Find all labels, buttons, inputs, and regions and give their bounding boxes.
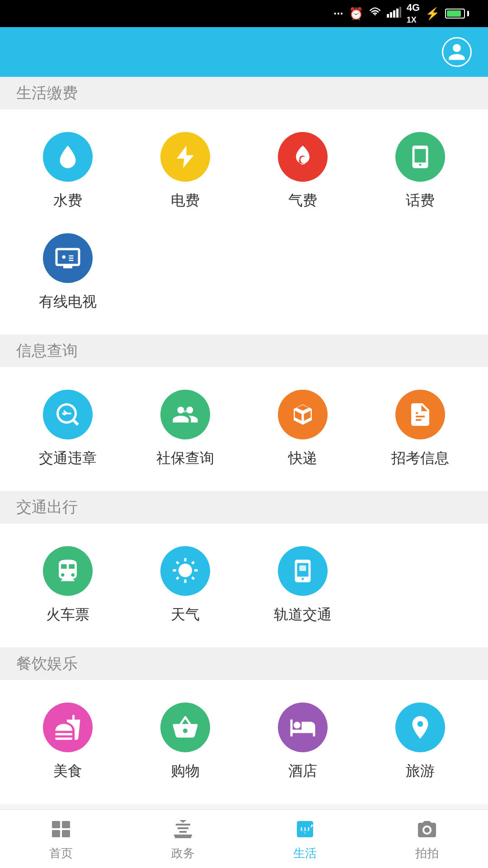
- icon-item-water[interactable]: 水费: [9, 123, 127, 224]
- svg-rect-12: [175, 836, 191, 838]
- section-body-food-entertainment: 美食购物酒店旅游: [0, 680, 488, 804]
- icon-circle-electric: [160, 132, 210, 182]
- food-icon: [54, 714, 81, 741]
- icon-circle-food: [43, 703, 93, 752]
- alarm-icon: ⏰: [349, 7, 363, 21]
- network-type-icon: 4G1X: [407, 2, 420, 25]
- icon-item-gas[interactable]: 气费: [244, 123, 361, 224]
- svg-rect-11: [62, 830, 70, 837]
- section-body-info-query: 交通违章社保查询快递招考信息: [0, 367, 488, 491]
- icon-circle-weather: [160, 546, 210, 596]
- express-icon: [289, 401, 316, 428]
- svg-rect-4: [399, 7, 401, 18]
- battery-icon: [445, 9, 469, 19]
- section-body-life-bills: 水费电费气费话费有线电视: [0, 109, 488, 335]
- nav-item-photo[interactable]: 拍拍: [366, 810, 488, 868]
- icon-label-train: 火车票: [46, 605, 89, 625]
- social-security-icon: [172, 401, 199, 428]
- weather-icon: [172, 557, 199, 585]
- metro-icon: [289, 557, 316, 585]
- icon-item-travel[interactable]: 旅游: [361, 693, 479, 795]
- gas-icon: [289, 143, 316, 170]
- icon-circle-hotel: [278, 703, 328, 752]
- shopping-icon: [172, 714, 199, 741]
- svg-rect-2: [393, 10, 395, 18]
- icon-item-phone[interactable]: 话费: [361, 123, 479, 224]
- icon-label-water: 水费: [53, 191, 82, 211]
- wifi-icon: [369, 6, 381, 22]
- icon-circle-traffic: [43, 390, 93, 439]
- avatar-button[interactable]: [442, 37, 472, 67]
- icon-circle-cable-tv: [43, 233, 93, 283]
- icon-label-exam-info: 招考信息: [391, 448, 449, 468]
- icon-item-food[interactable]: 美食: [9, 693, 127, 795]
- icon-circle-shopping: [160, 703, 210, 752]
- svg-rect-10: [52, 830, 60, 837]
- nav-item-government[interactable]: 政务: [122, 810, 244, 868]
- travel-icon: [407, 714, 434, 741]
- svg-rect-8: [52, 821, 60, 828]
- icon-label-electric: 电费: [171, 191, 200, 211]
- avatar-icon: [447, 42, 467, 62]
- icon-circle-water: [43, 132, 93, 182]
- icon-label-shopping: 购物: [171, 761, 200, 781]
- svg-rect-9: [62, 821, 70, 828]
- icon-item-exam-info[interactable]: 招考信息: [361, 381, 479, 482]
- nav-label-life: 生活: [293, 845, 317, 861]
- header: [0, 27, 488, 77]
- icon-label-travel: 旅游: [406, 761, 435, 781]
- icon-label-hotel: 酒店: [288, 761, 317, 781]
- svg-point-5: [62, 255, 66, 259]
- icon-circle-metro: [278, 546, 328, 596]
- svg-rect-3: [396, 9, 399, 18]
- electric-icon: [172, 143, 199, 170]
- icon-circle-phone: [395, 132, 445, 182]
- section-header-transport: 交通出行: [0, 491, 488, 524]
- svg-rect-1: [390, 12, 392, 18]
- icon-item-train[interactable]: 火车票: [9, 537, 127, 638]
- icon-grid-info-query: 交通违章社保查询快递招考信息: [0, 381, 488, 482]
- nav-item-home[interactable]: 首页: [0, 810, 122, 868]
- hotel-icon: [289, 714, 316, 741]
- icon-circle-travel: [395, 703, 445, 752]
- phone-icon: [407, 143, 434, 170]
- svg-rect-7: [300, 566, 306, 571]
- icon-grid-transport: 火车票天气轨道交通: [0, 537, 488, 638]
- icon-grid-food-entertainment: 美食购物酒店旅游: [0, 693, 488, 795]
- icon-circle-express: [278, 390, 328, 439]
- icon-item-electric[interactable]: 电费: [127, 123, 244, 224]
- icon-item-cable-tv[interactable]: 有线电视: [9, 224, 127, 326]
- nav-item-life[interactable]: 生活: [244, 810, 366, 868]
- icon-item-hotel[interactable]: 酒店: [244, 693, 361, 795]
- home-icon: [48, 816, 74, 842]
- section-header-info-query: 信息查询: [0, 335, 488, 367]
- icon-label-metro: 轨道交通: [274, 605, 332, 625]
- sections-container: 生活缴费水费电费气费话费有线电视信息查询交通违章社保查询快递招考信息交通出行火车…: [0, 77, 488, 804]
- icon-item-weather[interactable]: 天气: [127, 537, 244, 638]
- status-bar: ··· ⏰ 4G1X ⚡: [0, 0, 488, 27]
- cable-tv-icon: [54, 245, 81, 272]
- icon-label-social-security: 社保查询: [156, 448, 214, 468]
- signal-bars-icon: [387, 6, 401, 22]
- icon-circle-exam-info: [395, 390, 445, 439]
- icon-item-metro[interactable]: 轨道交通: [244, 537, 361, 638]
- section-header-food-entertainment: 餐饮娱乐: [0, 647, 488, 680]
- icon-item-social-security[interactable]: 社保查询: [127, 381, 244, 482]
- section-header-life-bills: 生活缴费: [0, 77, 488, 109]
- nav-label-government: 政务: [171, 845, 195, 861]
- icon-item-express[interactable]: 快递: [244, 381, 361, 482]
- nav-label-home: 首页: [49, 845, 73, 861]
- water-icon: [54, 143, 81, 170]
- icon-label-weather: 天气: [171, 605, 200, 625]
- icon-grid-life-bills: 水费电费气费话费有线电视: [0, 123, 488, 326]
- government-icon: [170, 816, 196, 842]
- icon-item-traffic[interactable]: 交通违章: [9, 381, 127, 482]
- life-icon: [292, 816, 318, 842]
- icon-label-phone: 话费: [406, 191, 435, 211]
- icon-label-traffic: 交通违章: [39, 448, 97, 468]
- icon-label-express: 快递: [288, 448, 317, 468]
- bottom-nav: 首页 政务 生活: [0, 809, 488, 868]
- exam-info-icon: [407, 401, 434, 428]
- svg-rect-0: [387, 14, 389, 18]
- icon-item-shopping[interactable]: 购物: [127, 693, 244, 795]
